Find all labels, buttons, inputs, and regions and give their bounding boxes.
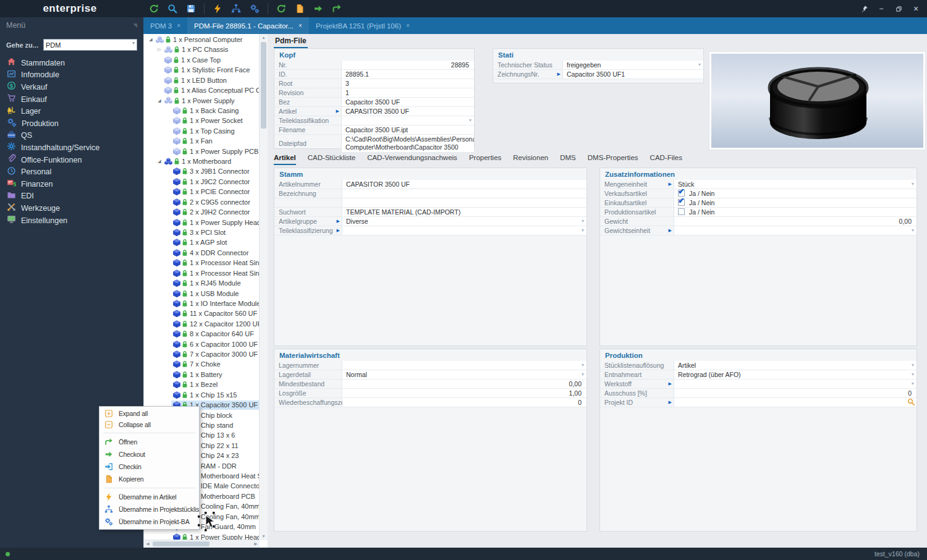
tree-item[interactable]: 1 x Stylistic Front Face <box>144 65 260 75</box>
close-icon[interactable]: × <box>406 22 410 29</box>
jump-arrow-icon[interactable]: ▶ <box>337 217 342 226</box>
tree-item[interactable]: 8 x Capacitor 640 UF <box>144 329 260 339</box>
chevron-down-icon[interactable]: ▾ <box>912 370 914 379</box>
field-value[interactable]: Artikel▾ <box>674 361 916 370</box>
tab-revisionen[interactable]: Revisionen <box>513 154 548 165</box>
sidebar-item-einstellungen[interactable]: Einstellungen <box>0 214 143 227</box>
field-value[interactable]: ▾ <box>674 226 916 235</box>
tree-item[interactable]: 7 x Choke <box>144 359 260 369</box>
sidebar-item-stammdaten[interactable]: Stammdaten <box>0 57 143 69</box>
sidebar-item-produktion[interactable]: Produktion <box>0 117 143 130</box>
tab-pdm-3[interactable]: PDM 3× <box>143 17 187 34</box>
tree-item[interactable]: 1 x AGP slot <box>144 237 260 247</box>
tab-projektba-1251-prjstl-106[interactable]: ProjektBA 1251 (Prjstl 106)× <box>309 17 417 34</box>
field-value[interactable]: Capacitor 3500 UF1 <box>563 70 703 78</box>
pin-icon[interactable] <box>857 1 871 16</box>
menu-item-übernahme-in-projektstückliste[interactable]: Übernahme in Projektstückliste <box>99 503 199 515</box>
tree-item[interactable]: 1 x Power Supply Header 1 <box>144 218 260 227</box>
scroll-left-icon[interactable]: ◀ <box>144 540 151 548</box>
restore-icon[interactable] <box>891 1 906 16</box>
tree-item[interactable]: 3 x J9B1 Connector <box>144 166 260 176</box>
sync-icon[interactable] <box>272 1 290 17</box>
tab-dms-properties[interactable]: DMS-Properties <box>588 154 638 165</box>
checkbox-checked[interactable] <box>678 199 685 206</box>
sidebar-item-instandhaltung-service[interactable]: Instandhaltung/Service <box>0 142 143 154</box>
jump-arrow-icon[interactable]: ▶ <box>669 380 674 388</box>
tree-item[interactable]: 1 x Power Supply PCB <box>144 146 260 156</box>
field-value[interactable]: 1 <box>342 88 474 97</box>
magnifier-icon[interactable] <box>907 398 915 407</box>
tab-artikel[interactable]: Artikel <box>274 154 296 165</box>
tree-item[interactable]: 1 x Case Top <box>144 55 260 65</box>
field-value[interactable]: Ja / Nein <box>674 189 916 198</box>
sidebar-item-einkauf[interactable]: Einkauf <box>0 93 143 106</box>
field-value[interactable]: Normal▾ <box>342 370 586 379</box>
sidebar-item-office-funktionen[interactable]: Office-Funktionen <box>0 154 143 166</box>
chevron-down-icon[interactable]: ▾ <box>912 180 914 189</box>
chevron-down-icon[interactable]: ▾ <box>469 116 472 125</box>
tree-item[interactable]: ◢1 x Power Supply <box>144 96 260 106</box>
expander-open-icon[interactable]: ◢ <box>156 98 163 103</box>
tree-item[interactable]: 1 x J9C2 Connector <box>144 177 260 187</box>
tab-cad-st-ckliste[interactable]: CAD-Stückliste <box>308 154 355 165</box>
tree-item[interactable]: 2 x J9H2 Connector <box>144 207 260 217</box>
menu-item-checkin[interactable]: Checkin <box>99 460 199 473</box>
sidebar-item-werkzeuge[interactable]: Werkzeuge <box>0 202 143 214</box>
tree-item[interactable]: 1 x Bezel <box>144 380 260 389</box>
tree-item[interactable]: 1 x USB Module <box>144 289 260 299</box>
tree-item[interactable]: 1 x Processor Heat Sink Mou <box>144 258 260 268</box>
chevron-down-icon[interactable]: ▾ <box>912 380 914 388</box>
field-value[interactable]: Diverse▾ <box>342 217 586 226</box>
sidebar-item-lager[interactable]: Lager <box>0 105 143 117</box>
tree-item[interactable]: 11 x Capacitor 560 UF <box>144 308 260 318</box>
tree-item[interactable]: 1 x Back Casing <box>144 106 260 116</box>
tree-item[interactable]: 1 x Fan <box>144 136 260 146</box>
field-value[interactable]: Capacitor 3500 UF <box>342 98 474 106</box>
tree-item[interactable]: 1 x IO Interface Module <box>144 299 260 308</box>
menu-item-checkout[interactable]: Checkout <box>99 448 199 460</box>
field-value[interactable] <box>342 198 586 207</box>
checkbox-unchecked[interactable] <box>678 208 685 215</box>
copy-document-icon[interactable] <box>290 1 309 17</box>
tree-item[interactable]: 1 x Power Socket <box>144 116 260 125</box>
doc-tab-pdm-file[interactable]: Pdm-File <box>274 35 308 48</box>
close-icon[interactable]: × <box>177 22 180 29</box>
field-value[interactable]: C:\Cad\Root\Big\Models\Assemblies\Person… <box>342 135 474 152</box>
field-value[interactable]: 0,00 <box>674 217 916 226</box>
scroll-right-icon[interactable]: ▶ <box>252 540 260 548</box>
expander-open-icon[interactable]: ◢ <box>148 37 154 42</box>
field-value[interactable]: Ja / Nein <box>674 198 916 207</box>
field-value[interactable]: freigegeben▾ <box>563 61 703 69</box>
close-icon[interactable]: × <box>908 1 923 16</box>
sidebar-item-verkauf[interactable]: $Verkauf <box>0 81 143 93</box>
minimize-icon[interactable]: − <box>874 1 889 16</box>
sidebar-pin-icon[interactable]: ◥ <box>133 17 137 34</box>
expander-open-icon[interactable]: ◢ <box>156 159 163 164</box>
chevron-down-icon[interactable]: ▾ <box>698 61 701 69</box>
menu-item-collapse-all[interactable]: Collapse all <box>99 419 199 430</box>
jump-arrow-icon[interactable]: ▶ <box>337 226 342 235</box>
menu-item-kopieren[interactable]: Kopieren <box>99 473 199 485</box>
field-value[interactable]: ▾ <box>342 226 586 235</box>
field-value[interactable] <box>342 189 586 198</box>
tree-item[interactable]: 1 x LED Button <box>144 75 260 85</box>
menu-item-öffnen[interactable]: Öffnen <box>99 436 199 448</box>
field-value[interactable]: TEMPLATE MATERIAL (CAD-IMPORT) <box>342 208 586 216</box>
tree-item[interactable]: 6 x Capacitor 1000 UF <box>144 339 260 349</box>
sidebar-item-infomodule[interactable]: Infomodule <box>0 69 143 82</box>
jump-arrow-icon[interactable]: ▶ <box>669 226 674 235</box>
arrow-right-icon[interactable] <box>309 1 328 17</box>
field-value[interactable]: 1,00 <box>342 389 586 397</box>
sitemap-icon[interactable] <box>227 1 245 17</box>
field-value[interactable]: Ja / Nein <box>674 208 916 216</box>
jump-arrow-icon[interactable]: ▶ <box>669 180 674 189</box>
search-icon[interactable] <box>163 1 182 17</box>
field-value[interactable]: 0 <box>674 389 916 397</box>
field-value[interactable]: 28895 <box>342 61 474 69</box>
goto-combobox[interactable]: PDM ▾ <box>43 39 137 51</box>
forward-arrow-icon[interactable] <box>328 1 346 17</box>
tree-vertical-scrollbar[interactable]: ▲ ▼ <box>259 34 268 540</box>
menu-item-übernahme-in-artikel[interactable]: Übernahme in Artikel <box>99 491 199 503</box>
tree-item[interactable]: 2 x C9G5 connector <box>144 197 260 207</box>
field-value[interactable]: Stück▾ <box>674 180 916 189</box>
